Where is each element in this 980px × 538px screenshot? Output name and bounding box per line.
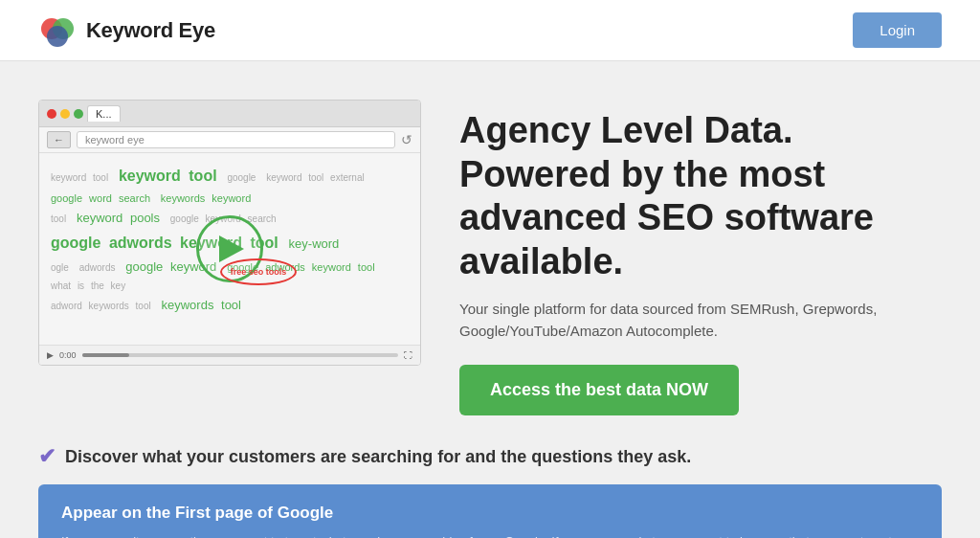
logo-text: Keyword Eye	[86, 18, 215, 43]
kw-item: google word search	[51, 191, 150, 208]
blue-card-title: Appear on the First page of Google	[61, 504, 919, 523]
kw-item: adwords	[79, 260, 116, 276]
kw-item: google	[227, 170, 256, 186]
progress-fill	[82, 353, 130, 357]
svg-point-2	[47, 26, 68, 47]
logo-area: Keyword Eye	[38, 11, 215, 50]
browser-dot-red	[47, 109, 56, 119]
kw-item: tool	[51, 212, 66, 227]
browser-dot-green	[74, 109, 83, 119]
video-container[interactable]: K... ← keyword eye ↺ keyword tool keywor…	[38, 100, 421, 366]
browser-nav: ← keyword eye ↺	[39, 127, 420, 153]
blue-card-body: If you are a site owner, then you want t…	[61, 532, 919, 538]
back-button[interactable]: ←	[47, 131, 71, 148]
hero-text: Agency Level Data. Powered by the most a…	[459, 100, 942, 415]
header: Keyword Eye Login	[0, 0, 980, 61]
keyword-cloud-area: keyword tool keyword tool google keyword…	[39, 153, 420, 345]
free-seo-oval: free seo tools	[220, 258, 297, 285]
kw-item: keywords tool	[162, 296, 241, 316]
kw-item: ogle	[51, 260, 69, 276]
browser-dot-yellow	[60, 109, 70, 119]
refresh-icon[interactable]: ↺	[401, 132, 412, 147]
kw-item: keywords keyword	[161, 191, 251, 208]
kw-item: adword keywords tool	[51, 299, 151, 314]
browser-tab: K...	[87, 105, 121, 122]
play-icon-small[interactable]: ▶	[47, 350, 54, 360]
kw-item: keyword tool	[119, 164, 217, 189]
kw-item: keyword pools	[77, 209, 160, 229]
kw-item: key-word	[289, 235, 340, 255]
main-content: K... ← keyword eye ↺ keyword tool keywor…	[0, 61, 980, 444]
kw-item: keyword tool	[51, 170, 108, 186]
kw-item: keyword tool external	[266, 170, 365, 186]
kw-item: what is the key	[51, 279, 125, 294]
hero-headline: Agency Level Data. Powered by the most a…	[459, 109, 942, 283]
login-button[interactable]: Login	[853, 12, 942, 48]
discover-row: ✔ Discover what your customers are searc…	[38, 444, 942, 469]
tab-bar: K...	[87, 105, 121, 122]
fullscreen-icon[interactable]: ⛶	[404, 350, 412, 360]
time-display: 0:00	[59, 350, 77, 360]
check-icon: ✔	[38, 444, 56, 469]
browser-bar: K...	[39, 101, 420, 127]
cta-button[interactable]: Access the best data NOW	[459, 365, 739, 415]
address-bar[interactable]: keyword eye	[77, 131, 395, 148]
hero-subtext: Your single platform for data sourced fr…	[459, 299, 942, 342]
video-controls: ▶ 0:00 ⛶	[39, 345, 420, 365]
discover-text: Discover what your customers are searchi…	[65, 447, 691, 467]
free-seo-label: free seo tools	[231, 267, 287, 277]
bottom-section: ✔ Discover what your customers are searc…	[0, 444, 980, 538]
progress-bar[interactable]	[82, 353, 398, 357]
logo-icon	[38, 11, 77, 50]
play-triangle-icon	[219, 235, 244, 262]
blue-card: Appear on the First page of Google If yo…	[38, 484, 942, 538]
